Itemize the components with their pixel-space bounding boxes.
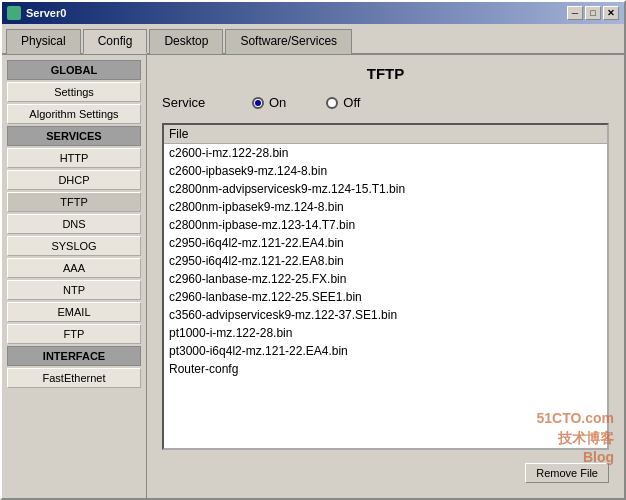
panel-title: TFTP bbox=[162, 65, 609, 82]
sidebar: GLOBAL Settings Algorithm Settings SERVI… bbox=[2, 55, 147, 498]
list-item[interactable]: c2800nm-ipbase-mz.123-14.T7.bin bbox=[164, 216, 607, 234]
watermark-line3: Blog bbox=[536, 448, 614, 468]
list-item[interactable]: c2960-lanbase-mz.122-25.FX.bin bbox=[164, 270, 607, 288]
file-list-container: File c2600-i-mz.122-28.binc2600-ipbasek9… bbox=[162, 123, 609, 450]
service-row: Service On Off bbox=[162, 95, 609, 110]
file-list[interactable]: c2600-i-mz.122-28.binc2600-ipbasek9-mz.1… bbox=[164, 144, 607, 448]
radio-on-circle[interactable] bbox=[252, 97, 264, 109]
sidebar-item-dhcp[interactable]: DHCP bbox=[7, 170, 141, 190]
watermark-line2: 技术博客 bbox=[536, 429, 614, 449]
sidebar-item-http[interactable]: HTTP bbox=[7, 148, 141, 168]
service-label: Service bbox=[162, 95, 242, 110]
list-item[interactable]: c2960-lanbase-mz.122-25.SEE1.bin bbox=[164, 288, 607, 306]
window-icon bbox=[7, 6, 21, 20]
title-bar: Server0 ─ □ ✕ bbox=[2, 2, 624, 24]
window-controls: ─ □ ✕ bbox=[567, 6, 619, 20]
close-button[interactable]: ✕ bbox=[603, 6, 619, 20]
sidebar-item-fastethernet[interactable]: FastEthernet bbox=[7, 368, 141, 388]
list-item[interactable]: c2950-i6q4l2-mz.121-22.EA4.bin bbox=[164, 234, 607, 252]
tabs-bar: Physical Config Desktop Software/Service… bbox=[2, 24, 624, 55]
file-list-header: File bbox=[164, 125, 607, 144]
list-item[interactable]: c2600-i-mz.122-28.bin bbox=[164, 144, 607, 162]
radio-on-option[interactable]: On bbox=[252, 95, 286, 110]
list-item[interactable]: c3560-advipservicesk9-mz.122-37.SE1.bin bbox=[164, 306, 607, 324]
radio-group: On Off bbox=[252, 95, 609, 110]
window-title: Server0 bbox=[26, 7, 66, 19]
radio-on-label: On bbox=[269, 95, 286, 110]
window-title-group: Server0 bbox=[7, 6, 66, 20]
watermark-line1: 51CTO.com bbox=[536, 409, 614, 429]
list-item[interactable]: pt3000-i6q4l2-mz.121-22.EA4.bin bbox=[164, 342, 607, 360]
main-panel: TFTP Service On Off File c2600-i-mz.122-… bbox=[147, 55, 624, 498]
watermark: 51CTO.com 技术博客 Blog bbox=[536, 409, 614, 468]
radio-off-option[interactable]: Off bbox=[326, 95, 360, 110]
radio-off-circle[interactable] bbox=[326, 97, 338, 109]
tab-software[interactable]: Software/Services bbox=[225, 29, 352, 54]
tab-physical[interactable]: Physical bbox=[6, 29, 81, 54]
list-item[interactable]: c2600-ipbasek9-mz.124-8.bin bbox=[164, 162, 607, 180]
sidebar-interface-header: INTERFACE bbox=[7, 346, 141, 366]
sidebar-item-algorithm-settings[interactable]: Algorithm Settings bbox=[7, 104, 141, 124]
sidebar-item-settings[interactable]: Settings bbox=[7, 82, 141, 102]
content-area: GLOBAL Settings Algorithm Settings SERVI… bbox=[2, 55, 624, 498]
radio-off-label: Off bbox=[343, 95, 360, 110]
sidebar-item-ntp[interactable]: NTP bbox=[7, 280, 141, 300]
list-item[interactable]: Router-confg bbox=[164, 360, 607, 378]
sidebar-item-dns[interactable]: DNS bbox=[7, 214, 141, 234]
sidebar-item-tftp[interactable]: TFTP bbox=[7, 192, 141, 212]
main-window: Server0 ─ □ ✕ Physical Config Desktop So… bbox=[0, 0, 626, 500]
tab-desktop[interactable]: Desktop bbox=[149, 29, 223, 54]
sidebar-item-syslog[interactable]: SYSLOG bbox=[7, 236, 141, 256]
tab-config[interactable]: Config bbox=[83, 29, 148, 54]
sidebar-services-header: SERVICES bbox=[7, 126, 141, 146]
maximize-button[interactable]: □ bbox=[585, 6, 601, 20]
list-item[interactable]: pt1000-i-mz.122-28.bin bbox=[164, 324, 607, 342]
sidebar-item-ftp[interactable]: FTP bbox=[7, 324, 141, 344]
sidebar-item-email[interactable]: EMAIL bbox=[7, 302, 141, 322]
list-item[interactable]: c2800nm-ipbasek9-mz.124-8.bin bbox=[164, 198, 607, 216]
list-item[interactable]: c2950-i6q4l2-mz.121-22.EA8.bin bbox=[164, 252, 607, 270]
sidebar-item-aaa[interactable]: AAA bbox=[7, 258, 141, 278]
minimize-button[interactable]: ─ bbox=[567, 6, 583, 20]
sidebar-global-header: GLOBAL bbox=[7, 60, 141, 80]
list-item[interactable]: c2800nm-advipservicesk9-mz.124-15.T1.bin bbox=[164, 180, 607, 198]
